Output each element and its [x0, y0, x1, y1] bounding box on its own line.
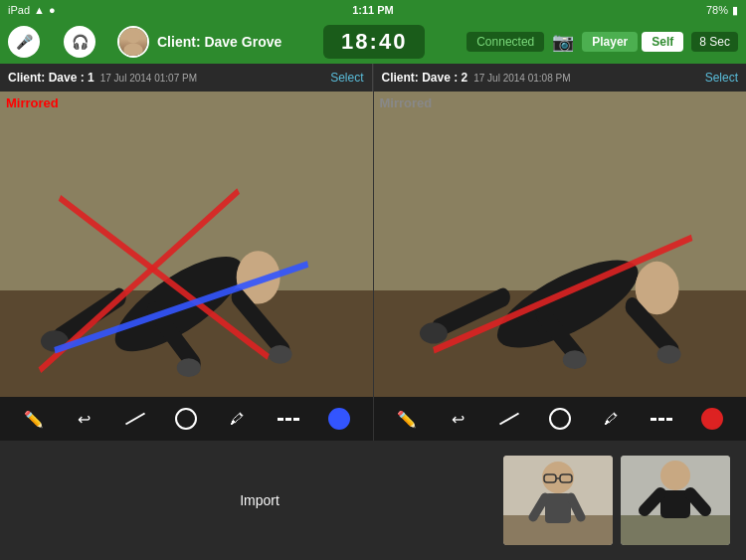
left-pencil-tool[interactable]: ✏️	[19, 404, 49, 434]
bottom-area: Import	[0, 441, 746, 560]
thumb2-svg	[621, 456, 730, 545]
avatar-image	[119, 28, 147, 56]
status-left: iPad ▲ ●	[8, 4, 56, 16]
right-line-tool[interactable]	[494, 404, 524, 434]
svg-point-0	[126, 30, 140, 44]
svg-point-20	[656, 345, 680, 364]
left-circle-tool[interactable]	[171, 404, 201, 434]
svg-point-35	[660, 461, 690, 490]
left-line-tool[interactable]	[120, 404, 150, 434]
timer-display: 18:40	[323, 25, 425, 59]
view-toggle: Player Self	[582, 32, 683, 52]
left-dash-tool[interactable]	[274, 404, 303, 434]
connection-status: Connected	[466, 32, 544, 52]
left-undo-tool[interactable]: ↩	[70, 404, 99, 434]
right-video-area: Mirrored	[374, 92, 747, 397]
player-button[interactable]: Player	[582, 32, 638, 52]
thumbnail-1[interactable]	[503, 456, 613, 545]
right-panel-title: Client: Dave : 2	[382, 71, 468, 85]
panels-row: Client: Dave : 1 17 Jul 2014 01:07 PM Se…	[0, 64, 746, 441]
right-figure-svg	[374, 92, 747, 397]
svg-point-18	[419, 322, 447, 343]
import-label[interactable]: Import	[16, 492, 503, 508]
right-circle-tool[interactable]	[545, 404, 575, 434]
right-panel-header: Client: Dave : 2 17 Jul 2014 01:08 PM Se…	[374, 64, 747, 92]
svg-rect-34	[621, 515, 730, 545]
carrier-label: iPad	[8, 4, 30, 16]
headset-button[interactable]: 🎧	[64, 26, 95, 58]
thumbnail-row	[503, 456, 730, 545]
battery-icon: ▮	[732, 4, 738, 17]
left-panel-title: Client: Dave : 1	[8, 71, 94, 85]
client-name: Client: Dave Grove	[157, 34, 281, 50]
svg-point-9	[269, 345, 292, 364]
svg-point-8	[177, 358, 201, 377]
svg-point-1	[123, 44, 142, 57]
avatar	[117, 26, 149, 58]
right-dash-tool[interactable]	[647, 404, 676, 434]
right-toolbar: ✏️ ↩ 🖍	[374, 397, 747, 441]
header: 🎤 🎧 Client: Dave Grove 18:40 Connected 📷…	[0, 20, 746, 64]
svg-point-25	[542, 462, 574, 493]
right-panel-select[interactable]: Select	[705, 71, 738, 85]
thumbnail-2[interactable]	[621, 456, 730, 545]
left-figure-svg	[0, 92, 373, 397]
right-panel: Client: Dave : 2 17 Jul 2014 01:08 PM Se…	[374, 64, 747, 441]
wifi-icon: ▲	[34, 4, 45, 16]
status-right: 78% ▮	[706, 4, 738, 17]
right-pencil-tool[interactable]: ✏️	[392, 404, 422, 434]
left-toolbar: ✏️ ↩ 🖍	[0, 397, 373, 441]
signal-icon: ●	[49, 4, 56, 16]
main-content: Client: Dave : 1 17 Jul 2014 01:07 PM Se…	[0, 64, 746, 560]
left-video-area: Mirrored	[0, 92, 373, 397]
battery-label: 78%	[706, 4, 728, 16]
right-color-tool[interactable]	[697, 404, 727, 434]
left-panel-header: Client: Dave : 1 17 Jul 2014 01:07 PM Se…	[0, 64, 373, 92]
right-panel-date: 17 Jul 2014 01:08 PM	[473, 73, 570, 84]
left-eraser-tool[interactable]: 🖍	[222, 404, 252, 434]
thumb1-svg	[503, 456, 613, 545]
camera-icon[interactable]: 📷	[552, 31, 574, 53]
left-panel-select[interactable]: Select	[330, 71, 363, 85]
status-bar: iPad ▲ ● 1:11 PM 78% ▮	[0, 0, 746, 20]
left-color-tool[interactable]	[324, 404, 354, 434]
left-panel-date: 17 Jul 2014 01:07 PM	[100, 73, 197, 84]
status-time: 1:11 PM	[352, 4, 394, 16]
sec-button[interactable]: 8 Sec	[691, 32, 738, 52]
right-undo-tool[interactable]: ↩	[443, 404, 472, 434]
svg-point-19	[562, 350, 586, 369]
mic-button[interactable]: 🎤	[8, 26, 40, 58]
right-eraser-tool[interactable]: 🖍	[596, 404, 626, 434]
self-button[interactable]: Self	[642, 32, 683, 52]
left-panel: Client: Dave : 1 17 Jul 2014 01:07 PM Se…	[0, 64, 374, 441]
